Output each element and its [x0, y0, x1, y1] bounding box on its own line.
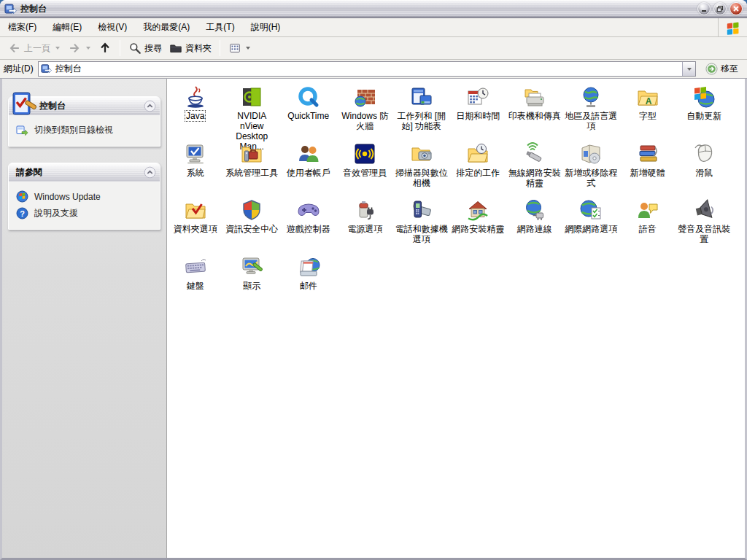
control-panel-item[interactable]: 排定的工作	[450, 138, 507, 195]
control-panel-item-label: 自動更新	[686, 111, 722, 121]
regional-language-icon	[579, 85, 603, 109]
address-input[interactable]: 控制台	[38, 61, 696, 77]
control-panel-item[interactable]: 資訊安全中心	[224, 194, 281, 251]
control-panel-item[interactable]: 電源選項	[337, 194, 394, 251]
collapse-panel-button[interactable]	[144, 100, 156, 112]
control-panel-item[interactable]: 新增或移除程式	[563, 138, 620, 195]
control-panel-item-label: QuickTime	[287, 111, 330, 121]
keyboard-icon	[184, 255, 207, 279]
control-panel-item[interactable]: 印表機和傳真	[506, 81, 563, 138]
control-panel-item[interactable]: 邮件	[280, 251, 337, 308]
folders-button[interactable]: 資料夾	[166, 39, 215, 57]
control-panel-item[interactable]: 語音	[619, 194, 676, 251]
address-bar: 網址(D) 控制台 移至	[0, 60, 747, 79]
switch-view-icon	[16, 124, 28, 136]
control-panel-item-label: 排定的工作	[455, 168, 500, 178]
control-panel-item[interactable]: 使用者帳戶	[280, 138, 337, 195]
control-panel-item-label: 語音	[638, 224, 657, 234]
sidebar-task-item[interactable]: Windows Update	[16, 188, 154, 205]
minimize-button[interactable]	[697, 2, 711, 15]
admin-tools-icon	[240, 142, 263, 166]
collapse-panel-button[interactable]	[144, 166, 156, 179]
control-panel-item-label: 資訊安全中心	[225, 224, 279, 234]
sidebar-task-item[interactable]: 切換到類別目錄檢視	[16, 122, 154, 139]
menu-item[interactable]: 檔案(F)	[0, 18, 44, 36]
windows-update-icon	[16, 190, 28, 203]
panel-body: Windows Update?說明及支援	[9, 182, 160, 229]
sidebar-task-label: 說明及支援	[34, 207, 78, 219]
java-icon	[184, 85, 207, 109]
sidebar-panel-control-panel: 控制台 切換到類別目錄檢視	[8, 96, 160, 147]
control-panel-item[interactable]: 遊戲控制器	[280, 194, 337, 251]
control-panel-item[interactable]: NVIDIA nView Desktop Man...	[224, 81, 281, 138]
control-panel-item-label: 鍵盤	[186, 281, 205, 291]
control-panel-item[interactable]: 音效管理員	[337, 138, 394, 195]
control-panel-item[interactable]: 網路安裝精靈	[450, 194, 507, 251]
control-panel-item-label: 印表機和傳真	[508, 111, 562, 121]
fonts-icon: A	[636, 85, 659, 109]
control-panel-item[interactable]: 系統	[167, 138, 224, 195]
control-panel-item[interactable]: 系統管理工具	[224, 138, 281, 195]
control-panel-item[interactable]: 地區及語言選項	[563, 81, 620, 138]
up-button[interactable]	[95, 39, 115, 57]
control-panel-item-label: 網路安裝精靈	[451, 224, 505, 234]
control-panel-item-label: 網路連線	[516, 224, 553, 234]
menu-item[interactable]: 工具(T)	[198, 18, 242, 36]
toolbar-separator	[120, 40, 120, 56]
standard-buttons-toolbar: 上一頁 搜尋 資料夾	[0, 37, 747, 60]
back-dropdown-caret[interactable]	[55, 47, 60, 50]
control-panel-item-label: 新增硬體	[630, 168, 666, 178]
control-panel-item[interactable]: 滑鼠	[676, 138, 733, 195]
close-button[interactable]	[729, 2, 743, 15]
control-panel-item-label: 日期和時間	[455, 111, 500, 121]
control-panel-item[interactable]: 自動更新	[676, 81, 733, 138]
address-dropdown-button[interactable]	[682, 62, 695, 76]
control-panel-item[interactable]: A字型	[619, 81, 676, 138]
control-panel-item[interactable]: 無線網路安裝精靈	[506, 138, 563, 195]
control-panel-item-label: 字型	[638, 111, 657, 121]
system-icon	[184, 142, 207, 166]
control-panel-item[interactable]: 聲音及音訊裝置	[676, 194, 733, 251]
go-button[interactable]: 移至	[700, 61, 743, 77]
control-panel-item-label: 網際網路選項	[564, 224, 618, 234]
menu-item[interactable]: 編輯(E)	[44, 18, 90, 36]
go-icon	[705, 63, 718, 75]
forward-dropdown-caret[interactable]	[86, 47, 90, 50]
control-panel-item-label: 電話和數據機選項	[394, 224, 449, 244]
control-panel-item[interactable]: 網路連線	[506, 194, 563, 251]
control-panel-item[interactable]: 工作列和 [開始] 功能表	[393, 81, 450, 138]
title-bar: 控制台	[0, 0, 747, 18]
control-panel-item[interactable]: 資料夾選項	[167, 194, 224, 251]
forward-button[interactable]	[64, 39, 85, 57]
task-sidebar: 控制台 切換到類別目錄檢視 請參閱 Windows Update?說明及支援	[2, 79, 167, 558]
control-panel-item[interactable]: 日期和時間	[450, 81, 507, 138]
network-setup-icon	[466, 198, 489, 222]
control-panel-item-label: 地區及語言選項	[564, 111, 619, 131]
control-panel-item[interactable]: 掃描器與數位相機	[393, 138, 450, 195]
control-panel-item-label: 資料夾選項	[173, 224, 218, 234]
views-icon	[228, 42, 241, 55]
help-icon: ?	[16, 207, 28, 219]
control-panel-item[interactable]: 電話和數據機選項	[393, 194, 450, 251]
back-arrow-icon	[8, 42, 21, 55]
control-panel-item[interactable]: 鍵盤	[167, 251, 224, 308]
window-body: 控制台 切換到類別目錄檢視 請參閱 Windows Update?說明及支援 J…	[0, 79, 747, 560]
menu-item[interactable]: 說明(H)	[243, 18, 289, 36]
control-panel-item[interactable]: 顯示	[224, 251, 281, 308]
control-panel-item[interactable]: QuickTime	[280, 81, 337, 138]
panel-header-see-also[interactable]: 請參閱	[9, 163, 160, 182]
control-panel-item[interactable]: Java	[167, 81, 224, 138]
sidebar-task-item[interactable]: ?說明及支援	[16, 205, 154, 222]
folders-icon	[169, 42, 182, 55]
control-panel-item[interactable]: 網際網路選項	[563, 194, 620, 251]
maximize-button[interactable]	[713, 2, 727, 15]
control-panel-item[interactable]: 新增硬體	[619, 138, 676, 195]
search-icon	[128, 42, 142, 55]
menu-item[interactable]: 檢視(V)	[90, 18, 135, 36]
search-button[interactable]: 搜尋	[125, 39, 166, 57]
menu-item[interactable]: 我的最愛(A)	[135, 18, 198, 36]
back-button[interactable]: 上一頁	[4, 39, 54, 57]
control-panel-item[interactable]: Windows 防火牆	[337, 81, 394, 138]
views-button[interactable]	[225, 39, 254, 57]
menu-bar: 檔案(F)編輯(E)檢視(V)我的最愛(A)工具(T)說明(H)	[0, 18, 747, 37]
